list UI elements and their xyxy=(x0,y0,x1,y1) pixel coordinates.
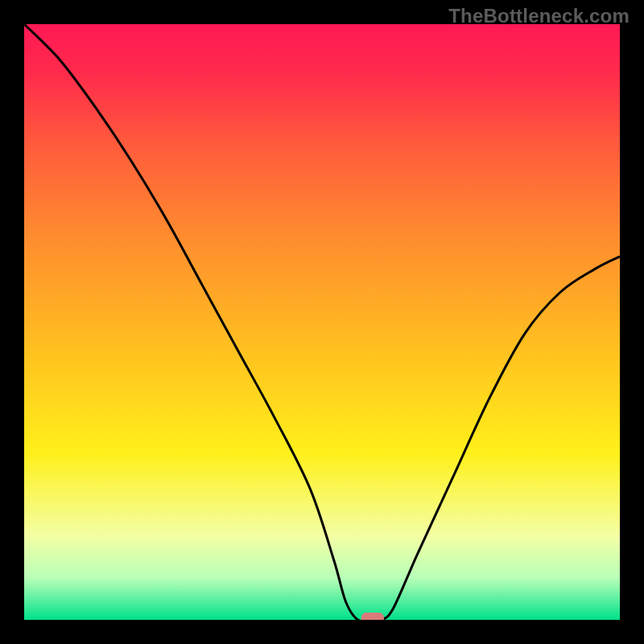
bottleneck-chart xyxy=(24,24,620,620)
gradient-background xyxy=(24,24,620,620)
plot-area xyxy=(24,24,620,620)
chart-frame: TheBottleneck.com xyxy=(0,0,644,644)
optimal-marker xyxy=(361,613,384,620)
watermark-text: TheBottleneck.com xyxy=(448,5,630,27)
